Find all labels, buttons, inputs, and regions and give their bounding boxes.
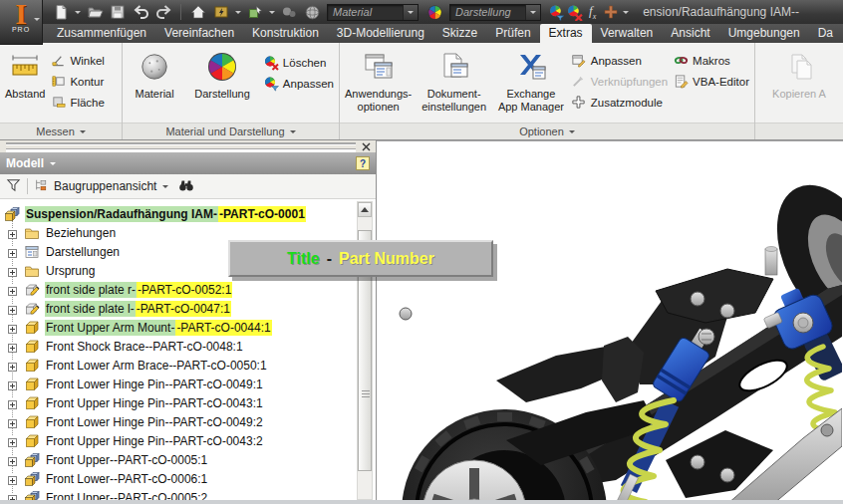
new-file-icon[interactable] (52, 3, 70, 21)
tree-item[interactable]: Front Lower Hinge Pin--PART-cO-0049:1 (0, 375, 354, 393)
tree-item[interactable]: Front Upper Hinge Pin--PART-cO-0043:2 (0, 431, 354, 450)
part-icon (24, 339, 41, 355)
assembly-view-icon[interactable] (34, 178, 48, 195)
material-dropdown[interactable]: Material (327, 4, 419, 21)
chevron-down-icon[interactable] (75, 11, 81, 14)
expand-plus-icon[interactable] (8, 323, 17, 332)
tree-item[interactable]: Front Upper Arm Mount--PART-cO-0044:1 (0, 318, 354, 337)
tab-konstruktion[interactable]: Konstruktion (243, 24, 328, 43)
kontur-button[interactable]: Kontur (50, 71, 105, 92)
scroll-up-button[interactable] (358, 202, 372, 217)
filter-funnel-icon[interactable] (6, 177, 21, 195)
tooltip-part-number-text: Part Number (339, 250, 434, 268)
search-binoculars-icon[interactable] (178, 178, 194, 195)
panel-header[interactable]: Modell ? (0, 152, 376, 174)
kopieren-button[interactable]: Kopieren A (772, 46, 826, 123)
app-logo-button[interactable]: I PRO (0, 0, 43, 45)
help-icon[interactable]: ? (356, 156, 370, 170)
tab-vereinfachen[interactable]: Vereinfachen (155, 24, 243, 43)
tree-item[interactable]: Front Shock Brace--PART-cO-0048:1 (0, 337, 354, 356)
open-icon[interactable] (86, 3, 104, 21)
tab-3d-modellierung[interactable]: 3D-Modellierung (328, 24, 433, 43)
tree-item[interactable]: Front Lower Arm Brace--PART-cO-0050:1 (0, 356, 354, 375)
appearance-clear-icon[interactable] (565, 3, 583, 21)
flaeche-button[interactable]: Fläche (50, 92, 105, 113)
tab-ansicht[interactable]: Ansicht (662, 24, 718, 43)
expand-plus-icon[interactable] (8, 417, 17, 426)
zusatzmodule-button[interactable]: Zusatzmodule (571, 92, 668, 113)
expand-plus-icon[interactable] (8, 266, 17, 275)
chevron-down-icon[interactable] (162, 185, 168, 188)
anwendungsoptionen-button[interactable]: Anwendungs- optionen (345, 46, 412, 123)
visual-style-icon[interactable] (212, 3, 230, 21)
chevron-down-icon[interactable] (235, 11, 241, 14)
dokumenteinstellungen-button[interactable]: Dokument- einstellungen (417, 46, 491, 123)
chevron-down-icon[interactable] (269, 11, 275, 14)
tab-umgebungen[interactable]: Umgebungen (719, 24, 809, 43)
tree-item[interactable]: Front Lower Hinge Pin--PART-cO-0049:2 (0, 412, 354, 431)
place-component-icon[interactable] (246, 3, 264, 21)
save-icon[interactable] (109, 3, 127, 21)
makros-button[interactable]: Makros (673, 50, 749, 71)
tree-item[interactable]: Suspension/Radaufhängung IAM--PART-cO-00… (0, 204, 354, 223)
loeschen-button[interactable]: Löschen (263, 52, 334, 73)
undo-icon[interactable] (132, 3, 149, 21)
tab-da[interactable]: Da (809, 24, 842, 43)
angle-icon (50, 53, 66, 69)
appearance-globe-icon[interactable] (303, 3, 321, 21)
tree-item[interactable]: Front Lower--PART-cO-0006:1 (0, 469, 354, 488)
expand-plus-icon[interactable] (8, 474, 17, 483)
tree-item[interactable]: front side plate l--PART-cO-0047:1 (0, 299, 354, 318)
expand-plus-icon[interactable] (8, 379, 17, 388)
expand-plus-icon[interactable] (8, 436, 17, 445)
expand-plus-icon[interactable] (8, 247, 17, 256)
exchange-x-icon (514, 49, 548, 85)
tree-item[interactable]: Front Upper--PART-cO-0005:1 (0, 450, 354, 469)
expand-plus-icon[interactable] (8, 285, 17, 294)
darstellung-button[interactable]: Darstellung (186, 46, 258, 123)
appearance-wheel-icon[interactable] (425, 3, 443, 21)
related-spheres-icon[interactable] (280, 3, 298, 21)
expand-plus-icon[interactable] (8, 304, 17, 313)
ribbon-group-optionen: Anwendungs- optionen Dokument- einstellu… (340, 43, 755, 139)
expand-plus-icon[interactable] (8, 361, 17, 370)
tab-extras[interactable]: Extras (540, 24, 592, 43)
expand-plus-icon[interactable] (8, 342, 17, 351)
chevron-down-icon[interactable] (525, 5, 540, 20)
chevron-down-icon[interactable] (623, 11, 629, 14)
close-icon[interactable] (361, 141, 372, 152)
tree-item[interactable]: Front Upper Hinge Pin--PART-cO-0043:1 (0, 393, 354, 412)
expand-plus-icon[interactable] (8, 398, 17, 407)
optionen-group-footer[interactable]: Optionen (340, 123, 754, 139)
panel-grip[interactable] (0, 140, 376, 152)
messen-group-footer[interactable]: Messen (0, 123, 122, 139)
ribbon-group-messen: Abstand Winkel Kontur Fläche Messen (0, 43, 123, 139)
redo-icon[interactable] (154, 3, 172, 21)
tree-item-label: Beziehungen (45, 226, 117, 240)
expand-plus-icon[interactable] (8, 228, 17, 237)
distance-ruler-icon (8, 49, 42, 85)
verknuepfungen-button[interactable]: Verknüpfungen (571, 71, 668, 92)
viewport-3d[interactable] (377, 140, 843, 504)
tab-pr-fen[interactable]: Prüfen (486, 24, 539, 43)
appearance-dropdown[interactable]: Darstellung (449, 4, 541, 21)
material-button[interactable]: Material (128, 46, 181, 123)
tree-item[interactable]: front side plate r--PART-cO-0052:1 (0, 280, 354, 299)
view-mode-dropdown[interactable]: Baugruppenansicht (54, 179, 156, 193)
material-group-footer[interactable]: Material und Darstellung (123, 123, 339, 139)
exchange-app-manager-button[interactable]: Exchange App Manager (496, 46, 566, 123)
chevron-down-icon[interactable] (403, 5, 418, 20)
anpassen-button[interactable]: Anpassen (263, 73, 334, 94)
abstand-button[interactable]: Abstand (5, 46, 45, 123)
fx-parameters-icon[interactable]: fx (589, 3, 596, 21)
expand-plus-icon[interactable] (8, 455, 17, 464)
tab-zusammenf-gen[interactable]: Zusammenfügen (48, 24, 155, 43)
vba-editor-button[interactable]: VBA-Editor (673, 71, 749, 92)
appearance-adjust-icon[interactable] (547, 3, 565, 21)
add-plus-icon[interactable] (602, 3, 620, 21)
tab-verwalten[interactable]: Verwalten (592, 24, 663, 43)
home-icon[interactable] (189, 3, 207, 21)
anpassen-options-button[interactable]: Anpassen (571, 50, 668, 71)
tab-skizze[interactable]: Skizze (433, 24, 486, 43)
winkel-button[interactable]: Winkel (50, 50, 105, 71)
